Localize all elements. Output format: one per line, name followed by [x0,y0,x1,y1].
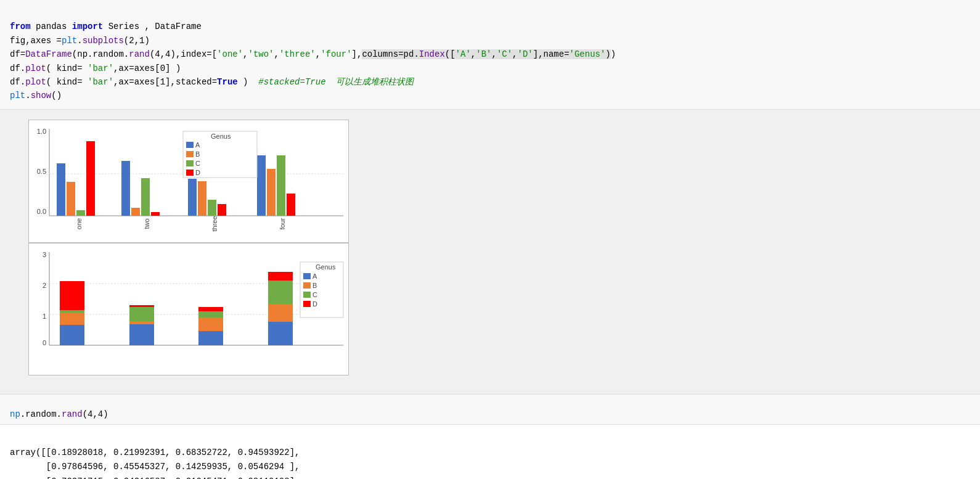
svg-text:A: A [312,272,317,280]
svg-text:Genus: Genus [211,133,231,140]
svg-text:C: C [195,160,200,167]
svg-rect-45 [60,312,84,325]
svg-text:C: C [312,291,317,298]
output-line-1: array([[0.18928018, 0.21992391, 0.683527… [10,448,300,457]
svg-text:3: 3 [43,251,46,258]
chart-1: 1.0 0.5 0.0 [28,120,349,243]
svg-rect-14 [188,179,197,216]
svg-rect-13 [151,212,160,216]
code-line-4: df.plot( kind= 'bar',ax=axes[0] ) [10,63,181,73]
svg-rect-18 [257,155,266,216]
svg-rect-17 [218,204,226,216]
code-line-5: df.plot( kind= 'bar',ax=axes[1],stacked=… [10,77,414,87]
code-line-1: from pandas import Series , DataFrame [10,22,202,31]
svg-rect-46 [60,310,84,313]
svg-text:0.5: 0.5 [37,168,46,175]
svg-text:D: D [312,300,317,308]
svg-rect-53 [198,317,223,331]
svg-text:Genus: Genus [316,263,336,271]
svg-rect-7 [67,182,75,216]
svg-rect-44 [60,325,84,345]
svg-rect-48 [129,324,154,345]
svg-rect-34 [186,170,194,176]
svg-rect-57 [268,304,293,322]
svg-rect-12 [141,178,150,216]
svg-rect-58 [268,280,293,304]
svg-rect-15 [198,181,206,216]
svg-text:two: two [143,218,150,229]
svg-rect-20 [277,155,285,216]
svg-text:1.0: 1.0 [37,128,46,135]
svg-rect-11 [131,208,140,216]
svg-rect-49 [129,321,154,324]
svg-text:B: B [312,282,317,289]
code-line-6: plt.show() [10,91,62,100]
svg-rect-47 [60,281,84,310]
svg-rect-19 [267,169,276,216]
svg-rect-70 [303,292,311,298]
svg-rect-32 [186,160,194,166]
output-block: array([[0.18928018, 0.21992391, 0.683527… [0,425,980,479]
svg-rect-68 [303,282,311,289]
code-line-3: df=DataFrame(np.random.rand(4,4),index=[… [10,49,616,59]
svg-rect-54 [198,311,223,317]
svg-rect-55 [198,307,223,311]
svg-text:2: 2 [43,282,46,289]
code-block-2: np.random.rand(4,4) [0,394,980,425]
svg-rect-28 [186,142,194,148]
svg-rect-72 [303,301,311,307]
svg-rect-10 [121,161,130,216]
svg-rect-50 [129,306,154,321]
code2-line1: np.random.rand(4,4) [10,409,108,419]
svg-rect-56 [268,322,293,345]
chart-2: 3 2 1 0 [28,243,349,375]
svg-text:A: A [195,141,200,149]
output-line-2: [0.97864596, 0.45545327, 0.14259935, 0.0… [10,462,300,472]
svg-rect-16 [208,200,216,216]
code-line-2: fig,axes =plt.subplots(2,1) [10,36,150,46]
svg-rect-52 [198,331,223,345]
code-block-1: from pandas import Series , DataFrame fi… [0,0,980,110]
svg-rect-66 [303,273,311,279]
svg-text:four: four [279,218,286,229]
svg-rect-8 [76,210,85,216]
svg-text:one: one [75,218,83,229]
svg-text:three: three [211,216,218,231]
svg-rect-30 [186,151,194,157]
svg-rect-6 [57,163,65,216]
svg-rect-51 [129,305,154,307]
svg-text:D: D [195,169,200,176]
svg-rect-59 [268,272,293,280]
output-line-3: [0.72271715, 0.34316587, 0.31245471, 0.9… [10,477,300,479]
svg-text:1: 1 [43,313,46,320]
svg-text:0: 0 [43,339,46,346]
svg-text:B: B [195,150,200,158]
svg-rect-21 [287,194,295,216]
svg-text:0.0: 0.0 [37,208,46,215]
svg-rect-9 [86,141,95,216]
chart-area: 1.0 0.5 0.0 [0,110,980,388]
